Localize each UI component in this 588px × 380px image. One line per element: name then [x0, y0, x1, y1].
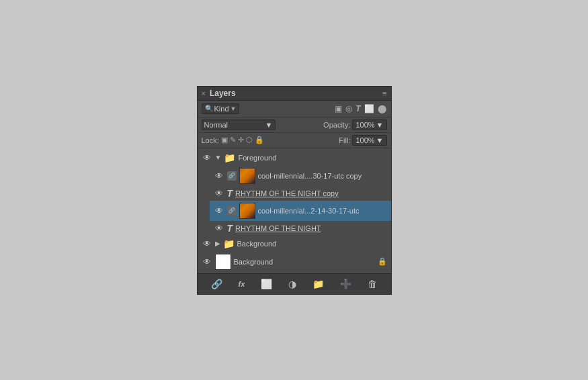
visibility-icon[interactable]: 👁	[214, 171, 224, 181]
opacity-input[interactable]: 100% ▼	[352, 120, 386, 130]
add-mask-button[interactable]: ⬜	[258, 277, 275, 291]
panel-title-left: × Layers	[202, 89, 236, 98]
layers-panel: × Layers ≡ 🔍 Kind ▼ ▣ ◎ T ⬜ ⬤ Normal ▼ O…	[197, 86, 392, 295]
kind-filter-row: 🔍 Kind ▼ ▣ ◎ T ⬜ ⬤	[198, 101, 391, 117]
lock-fill-row: Lock: ▣ ✎ ✛ ⬡ 🔒 Fill: 100% ▼	[198, 133, 391, 148]
kind-label: Kind	[214, 105, 229, 113]
lock-section: Lock: ▣ ✎ ✛ ⬡ 🔒	[202, 136, 264, 144]
visibility-icon[interactable]: 👁	[202, 257, 212, 267]
layer-cool-original[interactable]: 👁 🔗 cool-millennial...2-14-30-17-utc	[210, 201, 391, 221]
fx-button[interactable]: fx	[236, 279, 248, 289]
expand-arrow-icon[interactable]: ▼	[215, 154, 222, 161]
link-layers-button[interactable]: 🔗	[208, 277, 225, 291]
lock-pixels-icon[interactable]: ▣	[221, 136, 228, 144]
layer-cool-copy[interactable]: 👁 🔗 cool-millennial....30-17-utc copy	[210, 166, 391, 186]
layer-thumbnail	[239, 168, 255, 184]
adjustment-button[interactable]: ◑	[286, 277, 299, 291]
blend-mode-arrow: ▼	[265, 121, 273, 129]
text-layer-icon: T	[227, 223, 233, 234]
visibility-icon[interactable]: 👁	[214, 224, 224, 233]
layer-name-background-group: Background	[237, 240, 387, 248]
lock-all-icon[interactable]: 🔒	[255, 136, 264, 144]
layer-name-background: Background	[234, 258, 375, 266]
fill-label: Fill:	[339, 136, 350, 144]
lock-icons: ▣ ✎ ✛ ⬡ 🔒	[221, 136, 264, 144]
visibility-icon[interactable]: 👁	[202, 153, 212, 162]
layer-background[interactable]: 👁 Background 🔒	[198, 252, 391, 272]
opacity-value-text: 100%	[355, 121, 374, 129]
layer-name-rhythm-original: RHYTHM OF THE NIGHT	[235, 224, 386, 232]
text-filter-icon[interactable]: T	[355, 103, 361, 114]
visibility-icon[interactable]: 👁	[202, 239, 212, 248]
layer-name-foreground: Foreground	[238, 154, 386, 162]
lock-position-icon[interactable]: ✎	[230, 136, 236, 144]
lock-move-icon[interactable]: ✛	[238, 136, 244, 144]
filter-icons: ▣ ◎ T ⬜ ⬤	[242, 103, 386, 114]
fill-input[interactable]: 100% ▼	[352, 135, 386, 146]
lock-label: Lock:	[202, 136, 219, 144]
expand-arrow-icon[interactable]: ▶	[215, 240, 220, 247]
pixel-filter-icon[interactable]: ▣	[334, 103, 343, 114]
panel-titlebar: × Layers ≡	[198, 87, 391, 101]
blend-mode-value: Normal	[204, 121, 228, 129]
locked-icon: 🔒	[378, 257, 387, 266]
thumbnail-image	[240, 169, 255, 183]
lock-artboard-icon[interactable]: ⬡	[246, 136, 253, 144]
folder-icon: 📁	[224, 152, 235, 163]
fill-arrow: ▼	[376, 136, 384, 144]
thumbnail-white	[216, 254, 230, 269]
shape-filter-icon[interactable]: ⬜	[364, 103, 375, 114]
opacity-arrow: ▼	[376, 121, 384, 129]
new-layer-button[interactable]: ➕	[337, 277, 354, 291]
adjustment-filter-icon[interactable]: ◎	[345, 103, 353, 114]
layer-rhythm-original[interactable]: 👁 T RHYTHM OF THE NIGHT	[210, 221, 391, 236]
opacity-label: Opacity:	[323, 121, 350, 129]
folder-icon: 📁	[223, 238, 235, 249]
close-icon[interactable]: ×	[202, 89, 206, 97]
kind-filter-dropdown[interactable]: 🔍 Kind ▼	[202, 103, 240, 114]
layer-foreground-group[interactable]: 👁 ▼ 📁 Foreground	[198, 150, 391, 166]
layer-thumbnail	[239, 203, 255, 219]
layer-name-rhythm-copy: RHYTHM OF THE NIGHT copy	[235, 189, 386, 197]
panel-menu-icon[interactable]: ≡	[382, 89, 386, 97]
link-icon: 🔗	[227, 206, 237, 216]
bottom-toolbar: 🔗 fx ⬜ ◑ 📁 ➕ 🗑	[198, 273, 391, 294]
new-group-button[interactable]: 📁	[310, 277, 327, 291]
text-layer-icon: T	[227, 188, 233, 199]
delete-layer-button[interactable]: 🗑	[365, 277, 380, 291]
smart-filter-icon[interactable]: ⬤	[377, 103, 387, 114]
layer-rhythm-copy[interactable]: 👁 T RHYTHM OF THE NIGHT copy	[210, 186, 391, 201]
layer-thumbnail	[215, 254, 231, 270]
fill-section: Fill: 100% ▼	[339, 135, 386, 146]
layer-name-cool-original: cool-millennial...2-14-30-17-utc	[258, 207, 387, 215]
opacity-section: Opacity: 100% ▼	[278, 120, 387, 130]
layer-name-cool-copy: cool-millennial....30-17-utc copy	[258, 172, 387, 180]
visibility-icon[interactable]: 👁	[214, 189, 224, 198]
layer-background-group[interactable]: 👁 ▶ 📁 Background	[198, 236, 391, 252]
thumbnail-image	[240, 203, 255, 218]
chevron-down-icon: ▼	[230, 105, 237, 112]
link-icon: 🔗	[227, 171, 237, 181]
fill-value-text: 100%	[355, 136, 374, 144]
layers-list: 👁 ▼ 📁 Foreground 👁 🔗 cool-millennial....…	[198, 148, 391, 273]
blend-mode-dropdown[interactable]: Normal ▼	[202, 120, 276, 130]
blend-opacity-row: Normal ▼ Opacity: 100% ▼	[198, 117, 391, 133]
visibility-icon[interactable]: 👁	[214, 206, 224, 216]
search-icon: 🔍	[205, 105, 213, 112]
panel-title: Layers	[210, 89, 236, 98]
